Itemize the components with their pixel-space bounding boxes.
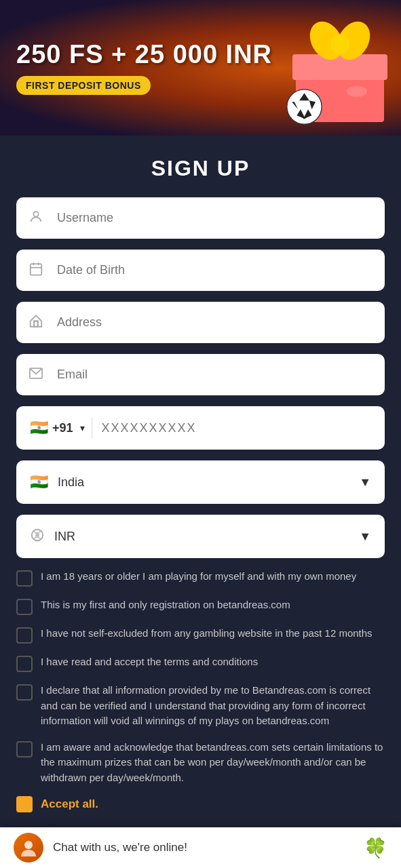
- svg-rect-3: [292, 54, 387, 80]
- checkbox-section: I am 18 years or older I am playing for …: [16, 569, 385, 812]
- email-group: [16, 354, 385, 395]
- country-label: India: [58, 475, 359, 490]
- phone-divider: [92, 418, 92, 438]
- phone-country-code: +91: [52, 421, 73, 435]
- checkbox-item-aware: I am aware and acknowledge that betandre…: [16, 740, 385, 786]
- username-field-wrapper: [16, 197, 385, 239]
- checkbox-declare-text: I declare that all information provided …: [41, 683, 385, 729]
- phone-code-chevron[interactable]: ▾: [80, 422, 85, 433]
- dob-group: [16, 250, 385, 291]
- dob-field-wrapper: [16, 250, 385, 291]
- accept-all-item[interactable]: Accept all.: [16, 796, 385, 812]
- checkbox-declare[interactable]: [16, 684, 33, 701]
- banner-title: 250 FS + 25 000 INR: [16, 41, 272, 69]
- checkbox-item-self-excluded: I have not self-excluded from any gambli…: [16, 626, 385, 644]
- accept-all-checkbox[interactable]: [16, 796, 33, 812]
- banner-badge: FIRST DEPOSIT BONUS: [16, 76, 151, 95]
- svg-point-6: [330, 35, 349, 54]
- india-flag-country: 🇮🇳: [30, 473, 48, 491]
- checkbox-registration-text: This is my first and only registration o…: [41, 597, 290, 613]
- banner-text-content: 250 FS + 25 000 INR FIRST DEPOSIT BONUS: [16, 41, 272, 95]
- email-input[interactable]: [16, 354, 385, 395]
- checkbox-age[interactable]: [16, 570, 33, 587]
- svg-point-22: [24, 841, 33, 849]
- checkbox-terms-text: I have read and accept the terms and con…: [41, 654, 258, 670]
- currency-label: INR: [54, 530, 359, 544]
- checkbox-self-excluded[interactable]: [16, 627, 33, 644]
- chat-avatar: [14, 833, 43, 863]
- country-group: 🇮🇳 India ▼: [16, 460, 385, 504]
- promo-banner: 250 FS + 25 000 INR FIRST DEPOSIT BONUS: [0, 0, 401, 136]
- checkbox-registration[interactable]: [16, 599, 33, 615]
- phone-group: 🇮🇳 +91 ▾: [16, 406, 385, 450]
- accept-all-label[interactable]: Accept all.: [41, 797, 98, 811]
- currency-chevron-icon: ▼: [359, 530, 371, 544]
- checkbox-aware[interactable]: [16, 741, 33, 757]
- svg-point-7: [347, 86, 367, 97]
- signup-title: SIGN UP: [16, 136, 385, 197]
- phone-field-wrapper[interactable]: 🇮🇳 +91 ▾: [16, 406, 385, 450]
- checkbox-self-excluded-text: I have not self-excluded from any gambli…: [41, 626, 373, 642]
- address-field-wrapper: [16, 302, 385, 343]
- address-group: [16, 302, 385, 343]
- checkbox-age-text: I am 18 years or older I am playing for …: [41, 569, 356, 585]
- dob-input[interactable]: [16, 250, 385, 291]
- india-flag-phone: 🇮🇳: [30, 419, 48, 437]
- username-input[interactable]: [16, 197, 385, 239]
- phone-input[interactable]: [102, 421, 371, 435]
- chat-text: Chat with us, we're online!: [53, 841, 354, 854]
- checkbox-item-declare: I declare that all information provided …: [16, 683, 385, 729]
- checkbox-item-terms: I have read and accept the terms and con…: [16, 654, 385, 672]
- checkbox-item-registration: This is my first and only registration o…: [16, 597, 385, 615]
- currency-group: INR ▼: [16, 515, 385, 558]
- main-form-area: SIGN UP: [0, 136, 401, 868]
- currency-select-wrapper[interactable]: INR ▼: [16, 515, 385, 558]
- email-field-wrapper: [16, 354, 385, 395]
- country-select-wrapper[interactable]: 🇮🇳 India ▼: [16, 460, 385, 504]
- soccer-ball-icon: [286, 88, 323, 125]
- country-chevron-icon: ▼: [359, 475, 371, 490]
- currency-icon: [30, 528, 45, 546]
- address-input[interactable]: [16, 302, 385, 343]
- checkbox-aware-text: I am aware and acknowledge that betandre…: [41, 740, 385, 786]
- leaf-icon: 🍀: [364, 837, 387, 859]
- checkbox-terms[interactable]: [16, 656, 33, 672]
- checkbox-item-age: I am 18 years or older I am playing for …: [16, 569, 385, 587]
- chat-bar[interactable]: Chat with us, we're online! 🍀: [0, 827, 401, 868]
- username-group: [16, 197, 385, 239]
